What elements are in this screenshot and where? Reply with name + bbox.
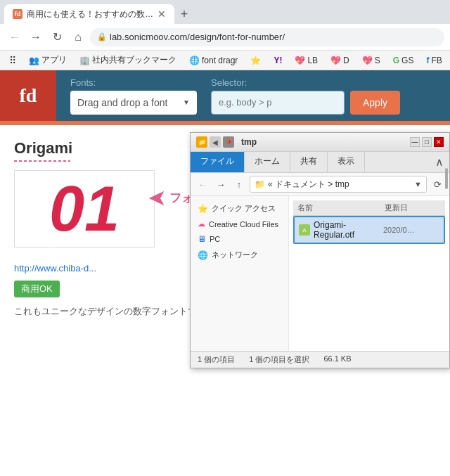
explorer-file-area: 名前 更新日 A Origami-Regular.otf 2020/0… — [289, 196, 449, 351]
gs-icon: G — [393, 56, 399, 65]
font-selector-text: Drag and drop a font — [77, 97, 179, 108]
bookmark-s[interactable]: 💖 S — [359, 54, 384, 67]
font-preview-box: 01 — [14, 170, 155, 247]
pc-icon: 🖥 — [198, 234, 206, 244]
active-tab[interactable]: fd 商用にも使える！おすすめの数字フォ… ✕ — [4, 4, 174, 24]
new-tab-button[interactable]: + — [174, 4, 194, 24]
col-date-header: 更新日 — [385, 202, 441, 213]
bookmark-shared[interactable]: 🏢 社内共有ブックマーク — [76, 53, 180, 67]
address-text: lab.sonicmoov.com/design/font-for-number… — [110, 32, 285, 42]
refresh-button[interactable]: ↻ — [48, 28, 66, 46]
column-header: 名前 更新日 — [293, 200, 445, 216]
otf-file-icon: A — [299, 224, 310, 236]
tab-close-button[interactable]: ✕ — [158, 8, 166, 20]
explorer-folder-icon: 📁 — [196, 136, 207, 148]
explorer-title: tmp — [241, 137, 257, 147]
star-icon: ⭐ — [250, 56, 261, 65]
home-button[interactable]: ⌂ — [69, 28, 87, 46]
apply-button[interactable]: Apply — [350, 91, 400, 115]
tab-title: 商用にも使える！おすすめの数字フォ… — [27, 8, 153, 20]
path-text: « ドキュメント > tmp — [268, 179, 349, 191]
close-window-button[interactable]: ✕ — [434, 137, 444, 147]
explorer-back-button[interactable]: ← — [195, 176, 210, 192]
lb-icon: 💖 — [295, 56, 305, 65]
explorer-tabs: ファイル ホーム 共有 表示 ∧ — [191, 152, 449, 173]
bookmark-d[interactable]: 💖 D — [327, 54, 353, 67]
creative-cloud-label: Creative Cloud Files — [209, 220, 278, 229]
path-dropdown-icon[interactable]: ▼ — [414, 180, 422, 188]
bookmark-apps-label: アプリ — [41, 54, 67, 66]
explorer-titlebar: 📁 ◀ 📌 tmp — □ ✕ — [191, 133, 449, 152]
bookmark-gs[interactable]: G GS — [390, 54, 418, 67]
main-content: Origami 01 ➤ フォントをブラウザにドラッグ http://www.c… — [0, 125, 450, 476]
quick-access-label: クイック アクセス — [212, 203, 276, 214]
bookmark-fb[interactable]: f FB — [423, 54, 445, 67]
bookmark-lb[interactable]: 💖 LB — [291, 54, 321, 67]
explorer-refresh-button[interactable]: ⟳ — [430, 176, 445, 192]
commercial-ok-badge: 商用OK — [14, 281, 60, 297]
explorer-forward-button[interactable]: → — [213, 176, 229, 192]
browser-chrome: fd 商用にも使える！おすすめの数字フォ… ✕ + ← → ↻ ⌂ 🔒 lab.… — [0, 0, 450, 70]
bookmark-shared-icon: 🏢 — [79, 56, 90, 65]
tab-file[interactable]: ファイル — [191, 152, 245, 172]
sidebar-quick-access[interactable]: ⭐ クイック アクセス — [191, 200, 288, 217]
header-controls: Fonts: Drag and drop a font ▼ Selector: … — [56, 77, 450, 115]
fb-icon: f — [426, 56, 429, 65]
sidebar-network[interactable]: 🌐 ネットワーク — [191, 247, 288, 263]
fonts-label: Fonts: — [70, 77, 197, 88]
explorer-pin-icon: 📌 — [223, 136, 234, 148]
status-item-count: 1 個の項目 — [198, 354, 235, 365]
network-label: ネットワーク — [212, 250, 258, 260]
explorer-statusbar: 1 個の項目 1 個の項目を選択 66.1 KB — [191, 351, 449, 368]
file-date-origami: 2020/0… — [383, 226, 439, 234]
bookmark-apps[interactable]: 👥 アプリ — [25, 53, 70, 67]
col-name-header: 名前 — [297, 202, 385, 213]
status-selected-count: 1 個の項目を選択 — [249, 354, 309, 365]
status-file-size: 66.1 KB — [323, 354, 351, 365]
back-button[interactable]: ← — [6, 28, 24, 46]
sidebar-pc[interactable]: 🖥 PC — [191, 231, 288, 247]
bookmark-star[interactable]: ⭐ — [247, 54, 264, 67]
explorer-path-bar[interactable]: 📁 « ドキュメント > tmp ▼ — [250, 176, 427, 193]
site-logo: fd — [0, 70, 56, 121]
bookmark-apps-icon: 👥 — [29, 56, 39, 65]
tab-share[interactable]: 共有 — [290, 152, 328, 172]
font-title-underline — [14, 160, 70, 162]
explorer-title-icons: 📁 ◀ 📌 — [196, 136, 234, 148]
explorer-sidebar: ⭐ クイック アクセス ☁ Creative Cloud Files 🖥 PC … — [191, 196, 289, 351]
apps-grid-button[interactable]: ⠿ — [6, 53, 20, 67]
bookmark-fontdragr-icon: 🌐 — [189, 56, 200, 65]
maximize-button[interactable]: □ — [422, 137, 432, 147]
lock-icon: 🔒 — [97, 32, 107, 41]
bookmark-shared-label: 社内共有ブックマーク — [92, 54, 176, 66]
bookmark-yahoo[interactable]: Y! — [270, 54, 285, 67]
selector-input[interactable] — [211, 91, 345, 115]
s-icon: 💖 — [362, 56, 373, 65]
yahoo-icon: Y! — [274, 56, 282, 65]
selector-control-group: Selector: Apply — [211, 77, 400, 115]
scrollbar[interactable] — [445, 168, 448, 189]
bookmark-fontdragr[interactable]: 🌐 font dragr — [186, 54, 241, 67]
address-bar[interactable]: 🔒 lab.sonicmoov.com/design/font-for-numb… — [90, 28, 444, 46]
nav-bar: ← → ↻ ⌂ 🔒 lab.sonicmoov.com/design/font-… — [0, 24, 450, 51]
dropdown-arrow-icon: ▼ — [183, 98, 190, 106]
tab-view[interactable]: 表示 — [328, 152, 365, 172]
explorer-nav: ← → ↑ 📁 « ドキュメント > tmp ▼ ⟳ — [191, 173, 449, 196]
tab-home[interactable]: ホーム — [245, 152, 290, 172]
path-folder-icon: 📁 — [255, 179, 265, 189]
file-name-origami: Origami-Regular.otf — [314, 220, 383, 240]
tab-bar: fd 商用にも使える！おすすめの数字フォ… ✕ + — [0, 0, 450, 24]
creative-cloud-icon: ☁ — [198, 219, 205, 229]
file-row-origami[interactable]: A Origami-Regular.otf 2020/0… — [293, 216, 445, 244]
explorer-up-button[interactable]: ↑ — [231, 176, 247, 192]
minimize-button[interactable]: — — [410, 137, 420, 147]
bookmark-fontdragr-label: font dragr — [202, 56, 238, 65]
bookmarks-bar: ⠿ 👥 アプリ 🏢 社内共有ブックマーク 🌐 font dragr ⭐ Y! 💖… — [0, 51, 450, 70]
forward-button[interactable]: → — [27, 28, 45, 46]
file-explorer-window: 📁 ◀ 📌 tmp — □ ✕ ファイル ホーム 共有 表示 ∧ ← → ↑ — [190, 132, 450, 368]
page-header: fd Fonts: Drag and drop a font ▼ Selecto… — [0, 70, 450, 121]
sidebar-creative-cloud[interactable]: ☁ Creative Cloud Files — [191, 217, 288, 231]
fonts-control-group: Fonts: Drag and drop a font ▼ — [70, 77, 197, 115]
explorer-prev-icon: ◀ — [210, 136, 221, 148]
font-selector-dropdown[interactable]: Drag and drop a font ▼ — [70, 91, 197, 115]
